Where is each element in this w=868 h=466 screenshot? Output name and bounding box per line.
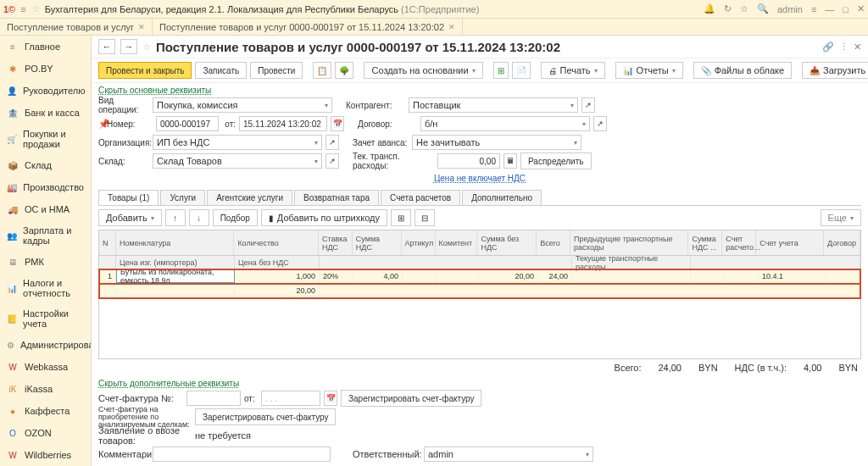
menu-icon[interactable]: ≡	[20, 4, 25, 14]
subtab-5[interactable]: Дополнительно	[462, 190, 542, 205]
more-button[interactable]: Еще▾	[821, 209, 861, 226]
history-icon[interactable]: ↻	[724, 3, 732, 14]
minimize-icon[interactable]: —	[825, 4, 834, 14]
col-priceimp[interactable]: Цена изг. (импортера)	[116, 256, 235, 269]
select-button[interactable]: Подбор	[213, 209, 258, 226]
close-icon[interactable]: ✕	[138, 23, 145, 31]
subtab-4[interactable]: Счета расчетов	[381, 190, 460, 205]
sidebar-item-4[interactable]: 🛒Покупки и продажи	[0, 124, 91, 154]
dogovor-field[interactable]: б/н▾	[420, 116, 590, 131]
link-icon[interactable]: 🔗	[822, 42, 834, 53]
sidebar-item-6[interactable]: 🏭Производство	[0, 176, 91, 198]
bell-icon[interactable]: 🔔	[704, 3, 715, 14]
add-row-button[interactable]: Добавить▾	[98, 209, 162, 226]
down-icon[interactable]: ↓	[189, 209, 209, 226]
sidebar-item-2[interactable]: 👤Руководителю	[0, 80, 91, 102]
load-button[interactable]: 📥 Загрузить (перезаполнить) из файла	[802, 62, 868, 79]
star-icon[interactable]: ☆	[31, 3, 40, 14]
ic2[interactable]: ⊟	[415, 209, 435, 226]
open-icon[interactable]: ↗	[593, 116, 607, 131]
post-button[interactable]: Провести	[250, 62, 303, 79]
col-n[interactable]: N	[99, 230, 116, 255]
close-icon[interactable]: ✕	[857, 3, 865, 14]
col-nom[interactable]: Номенклатура	[116, 230, 234, 255]
subtab-0[interactable]: Товары (1)	[98, 190, 159, 205]
sidebar-item-3[interactable]: 🏦Банк и касса	[0, 102, 91, 124]
open-icon[interactable]: ↗	[326, 135, 339, 150]
col-total[interactable]: Всего	[537, 230, 570, 255]
subtab-1[interactable]: Услуги	[160, 190, 205, 205]
print-button[interactable]: 🖨 Печать▾	[541, 62, 605, 79]
op-type-field[interactable]: Покупка, комиссия▾	[153, 97, 332, 113]
up-icon[interactable]: ↑	[165, 209, 186, 226]
user-label[interactable]: admin	[777, 4, 803, 14]
barcode-button[interactable]: ▮ Добавить по штрихкоду	[261, 209, 387, 226]
col-sumnds2[interactable]: Сумма НДС ...	[688, 230, 722, 255]
ic1[interactable]: ⊞	[391, 209, 411, 226]
col-prev[interactable]: Предыдущие транспортные расходы	[570, 230, 688, 255]
sklad-field[interactable]: Склад Товаров▾	[153, 153, 322, 169]
tab-0[interactable]: Поступление товаров и услуг✕	[0, 19, 153, 35]
post-close-button[interactable]: Провести и закрыть	[98, 62, 192, 79]
avans-field[interactable]: Не зачитывать▾	[412, 135, 581, 150]
sidebar-item-14[interactable]: iKiKassa	[0, 378, 91, 400]
maximize-icon[interactable]: □	[843, 4, 849, 14]
calendar-icon[interactable]: 📅	[331, 116, 344, 131]
close-icon[interactable]: ✕	[448, 23, 455, 31]
menu-icon[interactable]: ⋮	[839, 42, 849, 53]
search-icon[interactable]: 🔍	[757, 3, 769, 14]
sidebar-item-9[interactable]: 🖥РМК	[0, 251, 91, 273]
cloud-button[interactable]: 📎 Файлы в облаке	[693, 62, 792, 79]
back-button[interactable]: ←	[98, 39, 115, 54]
sidebar-item-16[interactable]: OOZON	[0, 422, 91, 444]
contragent-field[interactable]: Поставщик▾	[409, 97, 578, 113]
table-row[interactable]: 1 Бутыль из поликарбоната, емкость 18,9л…	[99, 269, 860, 284]
num-field[interactable]: 0000-000197	[156, 116, 219, 131]
distribute-button[interactable]: Распределить	[520, 153, 592, 169]
org-field[interactable]: ИП без НДС▾	[153, 135, 322, 150]
create-based-button[interactable]: Создать на основании▾	[364, 62, 482, 79]
sidebar-item-12[interactable]: ⚙Администрирование	[0, 334, 91, 356]
calc-icon[interactable]: 🖩	[504, 153, 517, 169]
sf-num-field[interactable]	[186, 391, 241, 406]
reg-sf2-button[interactable]: Зарегистрировать счет-фактуру	[195, 408, 336, 425]
col-sumnds[interactable]: Сумма НДС	[353, 230, 402, 255]
options-icon[interactable]: ≡	[811, 4, 816, 14]
excel-icon[interactable]: ⊞	[493, 62, 509, 79]
calendar-icon[interactable]: 📅	[324, 391, 337, 406]
tab-1[interactable]: Поступление товаров и услуг 0000-000197 …	[153, 19, 463, 35]
reg-sf-button[interactable]: Зарегистрировать счет-фактуру	[341, 390, 481, 407]
col-kom[interactable]: Комитент	[436, 230, 478, 255]
col-pricenonds[interactable]: Цена без НДС	[235, 256, 320, 269]
comment-field[interactable]	[153, 447, 331, 462]
write-button[interactable]: Записать	[195, 62, 247, 79]
col-art[interactable]: Артикул	[402, 230, 436, 255]
col-dog[interactable]: Договор	[824, 230, 860, 255]
sidebar-item-5[interactable]: 📦Склад	[0, 154, 91, 176]
toggle-main-req-link[interactable]: Скрыть основные реквизиты	[98, 86, 211, 95]
sidebar-item-17[interactable]: WWildberries	[0, 444, 91, 466]
sidebar-item-10[interactable]: 📊Налоги и отчетность	[0, 273, 91, 303]
col-curtrans[interactable]: Текущие транспортные расходы	[572, 256, 691, 269]
open-icon[interactable]: ↗	[326, 153, 339, 169]
sidebar-item-7[interactable]: 🚚ОС и НМА	[0, 198, 91, 220]
col-rate[interactable]: Ставка НДС	[319, 230, 353, 255]
close-icon[interactable]: ✕	[854, 42, 861, 53]
table-row-sub[interactable]: 20,00	[99, 284, 860, 298]
col-qty[interactable]: Количество	[234, 230, 319, 255]
sidebar-item-15[interactable]: ●Каффеста	[0, 400, 91, 422]
forward-button[interactable]: →	[120, 39, 137, 54]
trans-field[interactable]: 0,00	[437, 153, 500, 169]
open-icon[interactable]: ↗	[581, 97, 595, 113]
col-acc1[interactable]: Счет расчето...	[722, 230, 756, 255]
price-info-link[interactable]: Цена не включает НДС	[434, 174, 526, 183]
tree-icon[interactable]: 🌳	[335, 62, 353, 79]
subtab-3[interactable]: Возвратная тара	[294, 190, 379, 205]
sf-date-field[interactable]: . . .	[261, 391, 320, 406]
fav-icon[interactable]: ☆	[740, 3, 748, 14]
sidebar-item-11[interactable]: 📒Настройки учета	[0, 303, 91, 334]
date-field[interactable]: 15.11.2024 13:20:02	[239, 116, 327, 131]
dk-icon[interactable]: 📋	[313, 62, 331, 79]
star-icon[interactable]: ☆	[142, 42, 151, 53]
sidebar-item-1[interactable]: ✱PO.BY	[0, 58, 91, 80]
